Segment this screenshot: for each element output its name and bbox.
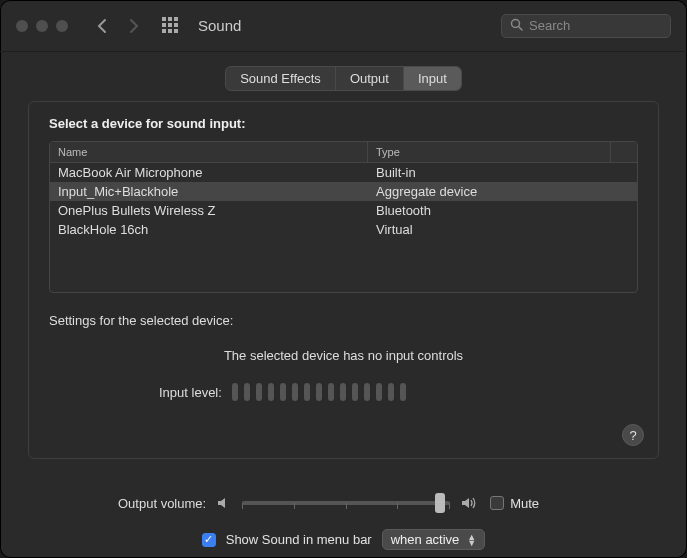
input-level-row: Input level: — [49, 383, 638, 401]
sound-preferences-window: Sound Sound Effects Output Input Select … — [0, 0, 687, 558]
tabs-container: Sound Effects Output Input — [28, 66, 659, 91]
slider-ticks — [242, 495, 450, 511]
level-bar — [388, 383, 394, 401]
level-bar — [364, 383, 370, 401]
tab-output[interactable]: Output — [336, 67, 404, 90]
tabs-segmented: Sound Effects Output Input — [225, 66, 462, 91]
level-bar — [340, 383, 346, 401]
minimize-window-button[interactable] — [36, 20, 48, 32]
level-bar — [256, 383, 262, 401]
level-bar — [232, 383, 238, 401]
column-type[interactable]: Type — [368, 142, 611, 162]
output-volume-slider[interactable] — [242, 493, 450, 513]
level-bar — [304, 383, 310, 401]
search-icon — [510, 18, 523, 34]
table-row[interactable]: Input_Mic+BlackholeAggregate device — [50, 182, 637, 201]
speaker-high-icon — [460, 495, 480, 511]
svg-line-1 — [519, 26, 523, 30]
table-body: MacBook Air MicrophoneBuilt-inInput_Mic+… — [50, 163, 637, 239]
output-volume-row: Output volume: Mute — [28, 493, 659, 513]
level-bar — [376, 383, 382, 401]
zoom-window-button[interactable] — [56, 20, 68, 32]
forward-button[interactable] — [122, 12, 146, 40]
level-bar — [280, 383, 286, 401]
device-table: Name Type MacBook Air MicrophoneBuilt-in… — [49, 141, 638, 293]
device-name-cell: MacBook Air Microphone — [50, 163, 368, 182]
help-button[interactable]: ? — [622, 424, 644, 446]
search-field-wrap[interactable] — [501, 14, 671, 38]
tab-sound-effects[interactable]: Sound Effects — [226, 67, 336, 90]
table-row[interactable]: OnePlus Bullets Wireless ZBluetooth — [50, 201, 637, 220]
column-name[interactable]: Name — [50, 142, 368, 162]
device-name-cell: OnePlus Bullets Wireless Z — [50, 201, 368, 220]
level-bar — [316, 383, 322, 401]
device-name-cell: BlackHole 16ch — [50, 220, 368, 239]
menubar-row: ✓ Show Sound in menu bar when active ▲▼ — [28, 529, 659, 550]
chevron-right-icon — [128, 18, 140, 34]
content-area: Sound Effects Output Input Select a devi… — [0, 52, 687, 477]
window-title: Sound — [198, 17, 241, 34]
no-input-controls-message: The selected device has no input control… — [49, 348, 638, 363]
input-device-prompt: Select a device for sound input: — [49, 116, 638, 131]
mute-control: Mute — [490, 496, 539, 511]
tab-input[interactable]: Input — [404, 67, 461, 90]
mute-label: Mute — [510, 496, 539, 511]
mute-checkbox[interactable] — [490, 496, 504, 510]
input-level-label: Input level: — [159, 385, 222, 400]
back-button[interactable] — [90, 12, 114, 40]
traffic-lights — [16, 20, 68, 32]
titlebar: Sound — [0, 0, 687, 52]
level-bar — [352, 383, 358, 401]
speaker-low-icon — [216, 495, 232, 511]
device-type-cell: Built-in — [368, 163, 637, 182]
table-row[interactable]: MacBook Air MicrophoneBuilt-in — [50, 163, 637, 182]
level-bar — [268, 383, 274, 401]
chevron-left-icon — [96, 18, 108, 34]
close-window-button[interactable] — [16, 20, 28, 32]
slider-thumb[interactable] — [435, 493, 445, 513]
device-type-cell: Virtual — [368, 220, 637, 239]
input-level-meter — [232, 383, 406, 401]
device-name-cell: Input_Mic+Blackhole — [50, 182, 368, 201]
level-bar — [244, 383, 250, 401]
device-type-cell: Aggregate device — [368, 182, 637, 201]
search-input[interactable] — [529, 18, 662, 33]
level-bar — [328, 383, 334, 401]
footer: Output volume: Mute ✓ Show Sound in menu… — [0, 477, 687, 558]
settings-heading: Settings for the selected device: — [49, 313, 638, 328]
output-volume-label: Output volume: — [118, 496, 206, 511]
menubar-mode-popup[interactable]: when active ▲▼ — [382, 529, 486, 550]
show-in-menubar-checkbox[interactable]: ✓ — [202, 533, 216, 547]
level-bar — [400, 383, 406, 401]
show-in-menubar-label: Show Sound in menu bar — [226, 532, 372, 547]
table-header: Name Type — [50, 142, 637, 163]
level-bar — [292, 383, 298, 401]
column-spacer — [611, 142, 637, 162]
menubar-mode-value: when active — [391, 532, 460, 547]
table-row[interactable]: BlackHole 16chVirtual — [50, 220, 637, 239]
input-panel: Select a device for sound input: Name Ty… — [28, 101, 659, 459]
up-down-icon: ▲▼ — [467, 534, 476, 546]
show-all-prefs-button[interactable] — [162, 17, 180, 35]
device-type-cell: Bluetooth — [368, 201, 637, 220]
